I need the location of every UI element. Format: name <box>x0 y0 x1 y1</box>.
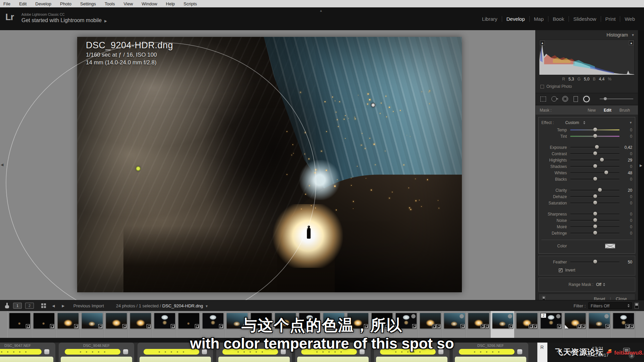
range-mask-value[interactable]: Off <box>596 282 601 287</box>
slider-knob[interactable] <box>593 134 597 138</box>
slider-knob[interactable] <box>593 128 597 131</box>
panel-disclosure-icon[interactable]: ▼ <box>629 121 632 124</box>
slider-knob[interactable] <box>593 177 597 181</box>
module-print[interactable]: Print <box>601 16 620 22</box>
slider-clarity[interactable]: Clarity 20 <box>541 187 632 193</box>
slider-knob[interactable] <box>598 188 602 192</box>
color-sample-pin[interactable] <box>136 166 141 171</box>
menu-settings[interactable]: Settings <box>80 1 96 6</box>
menu-photo[interactable]: Photo <box>60 1 71 6</box>
filter-switch-icon[interactable] <box>635 303 639 309</box>
color-swatch[interactable] <box>605 244 615 248</box>
radial-filter-tool-icon[interactable] <box>583 96 590 102</box>
source-label[interactable]: Previous Import <box>73 303 104 308</box>
slider-track[interactable] <box>570 172 620 173</box>
menu-help[interactable]: Help <box>166 1 175 6</box>
selection-status[interactable]: 24 photos / 1 selected / DSC_9204-HDR.dn… <box>116 303 208 308</box>
menu-tools[interactable]: Tools <box>105 1 115 6</box>
tool-overlay-slider[interactable] <box>600 99 633 99</box>
main-window-button[interactable]: 1 <box>13 303 22 309</box>
slider-whites[interactable]: Whites 48 <box>541 170 632 176</box>
graduated-filter-tool-icon[interactable] <box>574 96 578 102</box>
slider-knob[interactable] <box>593 218 597 222</box>
module-slideshow[interactable]: Slideshow <box>569 16 600 22</box>
slider-track[interactable] <box>570 261 620 262</box>
slider-knob[interactable] <box>593 225 597 228</box>
mask-new-button[interactable]: New <box>584 108 600 113</box>
crop-tool-icon[interactable] <box>540 97 546 102</box>
menu-develop[interactable]: Develop <box>35 1 51 6</box>
slider-track[interactable] <box>570 190 620 191</box>
original-photo-row[interactable]: Original Photo <box>536 81 638 91</box>
shadow-clipping-toggle[interactable]: ▲ <box>540 41 545 45</box>
slider-knob[interactable] <box>593 152 597 155</box>
slider-knob[interactable] <box>604 171 608 174</box>
slider-knob[interactable] <box>595 145 599 149</box>
back-arrow-icon[interactable]: ◄ <box>51 303 56 308</box>
slider-knob[interactable] <box>593 260 597 263</box>
filter-dropdown[interactable]: Filters Off <box>588 302 632 309</box>
menu-scripts[interactable]: Scripts <box>183 1 197 6</box>
module-web[interactable]: Web <box>620 16 639 22</box>
menu-edit[interactable]: Edit <box>19 1 26 6</box>
invert-row[interactable]: Invert <box>559 268 632 273</box>
menu-view[interactable]: View <box>123 1 133 6</box>
second-window-button[interactable]: 2 <box>25 303 34 309</box>
slider-tint[interactable]: Tint 0 <box>541 133 632 139</box>
tool-overlay-slider-knob[interactable] <box>604 97 607 100</box>
slider-highlights[interactable]: Highlights 29 <box>541 157 632 163</box>
invert-checkbox[interactable] <box>559 268 562 272</box>
slider-knob[interactable] <box>600 158 604 162</box>
slider-noise[interactable]: Noise 0 <box>541 217 632 224</box>
forward-arrow-icon[interactable]: ► <box>61 303 65 308</box>
histogram[interactable]: ▲ ▲ <box>539 40 635 75</box>
slider-temp[interactable]: Temp 0 <box>541 127 632 133</box>
grabber-hand-icon[interactable] <box>5 303 10 309</box>
slider-knob[interactable] <box>593 201 597 204</box>
slider-track[interactable] <box>570 214 620 215</box>
slider-track[interactable] <box>570 202 620 203</box>
identity-plate[interactable]: Get started with Lightroom mobile▶ <box>21 17 107 23</box>
module-book[interactable]: Book <box>548 16 569 22</box>
slider-knob[interactable] <box>593 212 597 216</box>
original-photo-checkbox[interactable] <box>540 85 544 88</box>
slider-contrast[interactable]: Contrast 0 <box>541 150 632 157</box>
slider-track[interactable] <box>570 196 620 197</box>
slider-moire[interactable]: Moiré 0 <box>541 224 632 230</box>
mask-brush-button[interactable]: Brush <box>615 108 634 113</box>
collapse-top-panel-icon[interactable]: ▲ <box>319 9 323 12</box>
slider-track[interactable] <box>570 166 620 167</box>
menu-window[interactable]: Window <box>142 1 157 6</box>
slider-knob[interactable] <box>593 194 597 198</box>
slider-knob[interactable] <box>593 231 597 235</box>
mask-edit-button[interactable]: Edit <box>600 108 615 113</box>
slider-track[interactable] <box>570 153 620 154</box>
slider-feather[interactable]: Feather 50 <box>541 259 632 265</box>
slider-track[interactable] <box>570 129 620 130</box>
module-library[interactable]: Library <box>478 16 502 22</box>
highlight-clipping-toggle[interactable]: ▲ <box>629 41 634 45</box>
slider-sharpness[interactable]: Sharpness 0 <box>541 211 632 217</box>
grid-view-icon[interactable] <box>41 303 46 308</box>
slider-track[interactable] <box>570 179 620 180</box>
slider-defringe[interactable]: Defringe 0 <box>541 230 632 236</box>
slider-exposure[interactable]: Exposure 0,42 <box>541 144 632 150</box>
show-right-panel-icon[interactable]: ▶ <box>640 164 642 167</box>
effect-preset-dropdown[interactable]: Custom <box>565 120 579 125</box>
slider-knob[interactable] <box>593 164 597 168</box>
range-mask-panel[interactable]: Range Mask : Off <box>538 278 635 292</box>
show-left-panel-icon[interactable]: ◀ <box>1 163 3 167</box>
slider-dehaze[interactable]: Dehaze 0 <box>541 193 632 200</box>
slider-track[interactable] <box>570 226 620 227</box>
histogram-header[interactable]: Histogram ▼ <box>536 30 638 38</box>
photo-canvas[interactable]: DSC_9204-HDR.dng 1/160 sec at ƒ / 16, IS… <box>77 37 462 292</box>
slider-track[interactable] <box>570 136 620 137</box>
slider-track[interactable] <box>570 160 620 161</box>
slider-track[interactable] <box>570 233 620 234</box>
module-map[interactable]: Map <box>529 16 548 22</box>
slider-shadows[interactable]: Shadows 0 <box>541 163 632 170</box>
spot-removal-tool-icon[interactable] <box>551 96 557 102</box>
module-develop[interactable]: Develop <box>502 16 529 22</box>
disclosure-triangle-icon[interactable]: ▼ <box>631 33 635 37</box>
slider-saturation[interactable]: Saturation 0 <box>541 200 632 206</box>
